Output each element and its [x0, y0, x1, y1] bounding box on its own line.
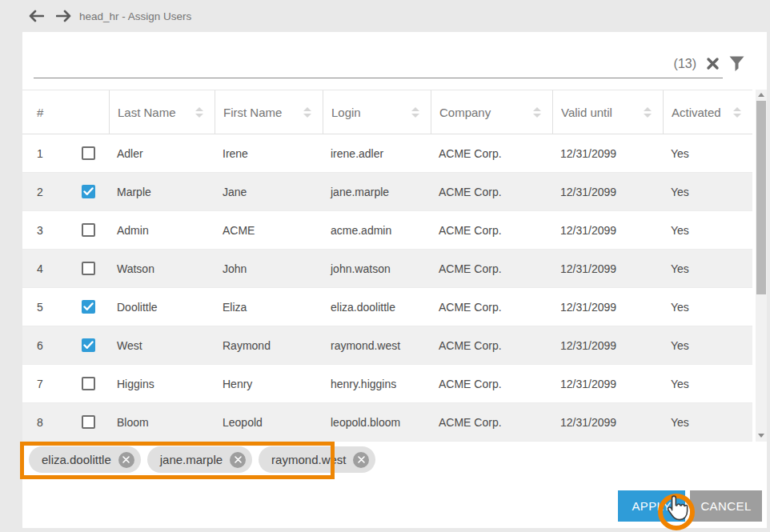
- scroll-up-arrow-icon[interactable]: [756, 90, 767, 99]
- table-row: 2MarpleJanejane.marpleACME Corp.12/31/20…: [22, 173, 752, 211]
- cell-company: ACME Corp.: [431, 186, 552, 198]
- cell-first-name: Jane: [215, 186, 323, 198]
- chip-remove-button[interactable]: [118, 452, 134, 468]
- row-number-cell: 2: [22, 185, 109, 198]
- row-checkbox-checked[interactable]: [82, 185, 95, 198]
- column-label: Valid until: [561, 106, 612, 119]
- row-number: 4: [37, 262, 82, 275]
- filter-field: (13): [34, 50, 723, 78]
- cell-activated: Yes: [663, 378, 752, 390]
- table-row: 3AdminACMEacme.adminACME Corp.12/31/2099…: [22, 211, 752, 250]
- circle-x-icon: [122, 456, 130, 463]
- cell-valid-until: 12/31/2099: [552, 378, 663, 390]
- table-row: 5DoolittleElizaeliza.doolittleACME Corp.…: [22, 288, 752, 326]
- sort-arrows-icon[interactable]: [644, 107, 652, 118]
- cell-last-name: West: [109, 339, 215, 352]
- arrow-right-icon[interactable]: [56, 10, 72, 22]
- cell-login: leopold.bloom: [323, 416, 431, 429]
- cell-login: eliza.doolittle: [323, 301, 431, 314]
- cell-activated: Yes: [663, 301, 752, 314]
- filter-input[interactable]: [34, 52, 674, 76]
- column-label: #: [37, 106, 43, 119]
- cell-login: acme.admin: [323, 224, 431, 237]
- cell-valid-until: 12/31/2099: [552, 262, 663, 275]
- cell-login: jane.marple: [323, 186, 431, 198]
- cell-first-name: Henry: [215, 378, 323, 390]
- circle-x-icon: [358, 456, 365, 463]
- cell-valid-until: 12/31/2099: [552, 224, 663, 237]
- column-header-first-name[interactable]: First Name: [215, 90, 323, 134]
- row-checkbox-unchecked[interactable]: [82, 262, 95, 275]
- cell-company: ACME Corp.: [431, 378, 552, 390]
- sort-arrows-icon[interactable]: [195, 107, 203, 118]
- row-number-cell: 3: [22, 223, 109, 237]
- column-header-login[interactable]: Login: [323, 90, 431, 134]
- row-number: 6: [37, 339, 82, 352]
- selected-user-chip: raymond.west: [259, 446, 375, 473]
- cancel-button[interactable]: CANCEL: [690, 490, 762, 522]
- cell-company: ACME Corp.: [431, 224, 552, 237]
- cell-valid-until: 12/31/2099: [552, 339, 663, 352]
- row-number: 1: [37, 147, 82, 160]
- cell-activated: Yes: [663, 147, 752, 160]
- arrow-left-icon[interactable]: [28, 10, 44, 22]
- apply-button[interactable]: APPLY: [618, 490, 685, 522]
- cell-last-name: Higgins: [109, 378, 215, 390]
- sort-arrows-icon[interactable]: [533, 107, 541, 118]
- chip-label: raymond.west: [271, 453, 346, 466]
- column-header-last-name[interactable]: Last Name: [109, 90, 215, 134]
- row-checkbox-unchecked[interactable]: [82, 377, 95, 390]
- chip-remove-button[interactable]: [230, 452, 246, 468]
- circle-x-icon: [235, 456, 242, 463]
- row-number-cell: 1: [22, 146, 109, 160]
- cell-login: john.watson: [323, 262, 431, 275]
- clear-x-icon: [706, 57, 720, 70]
- scrollbar-thumb[interactable]: [756, 101, 766, 294]
- sort-arrows-icon[interactable]: [733, 107, 741, 118]
- row-checkbox-checked[interactable]: [82, 338, 95, 352]
- cell-last-name: Watson: [109, 262, 215, 275]
- dialog-panel: (13) #Last NameFirst NameLoginCompanyVal…: [22, 32, 767, 528]
- cell-company: ACME Corp.: [431, 147, 552, 160]
- cell-valid-until: 12/31/2099: [552, 301, 663, 314]
- column-label: First Name: [223, 106, 282, 119]
- selected-user-chip: jane.marple: [147, 446, 252, 473]
- cell-company: ACME Corp.: [431, 301, 552, 314]
- vertical-scrollbar[interactable]: [756, 90, 767, 442]
- cell-first-name: Raymond: [215, 339, 323, 352]
- cell-last-name: Marple: [109, 186, 215, 198]
- column-label: Activated: [672, 106, 721, 119]
- column-header-activated[interactable]: Activated: [663, 90, 752, 134]
- row-checkbox-unchecked[interactable]: [82, 415, 95, 429]
- row-number: 5: [37, 301, 82, 314]
- cell-activated: Yes: [663, 339, 752, 352]
- scroll-down-arrow-icon[interactable]: [756, 430, 767, 440]
- selected-users-chips: eliza.doolittlejane.marpleraymond.west: [29, 446, 375, 473]
- row-number-cell: 4: [22, 262, 109, 275]
- sort-arrows-icon[interactable]: [303, 107, 311, 118]
- column-label: Last Name: [118, 106, 176, 119]
- cell-activated: Yes: [663, 262, 752, 275]
- row-number-cell: 7: [22, 377, 109, 390]
- cell-last-name: Doolittle: [109, 301, 215, 314]
- column-header-company[interactable]: Company: [431, 90, 552, 134]
- cell-company: ACME Corp.: [431, 262, 552, 275]
- row-number: 8: [37, 416, 82, 429]
- titlebar: head_hr - Assign Users: [0, 0, 770, 32]
- sort-arrows-icon[interactable]: [411, 107, 419, 118]
- row-checkbox-checked[interactable]: [82, 300, 95, 314]
- cell-valid-until: 12/31/2099: [552, 147, 663, 160]
- assign-users-dialog: { "header": { "title": "head_hr - Assign…: [0, 0, 770, 532]
- filter-button[interactable]: [729, 56, 744, 72]
- cell-last-name: Admin: [109, 224, 215, 237]
- cell-login: raymond.west: [323, 339, 431, 352]
- cell-company: ACME Corp.: [431, 416, 552, 429]
- column-header-valid-until[interactable]: Valid until: [552, 90, 663, 134]
- clear-filter-button[interactable]: [706, 57, 720, 70]
- row-checkbox-unchecked[interactable]: [82, 223, 95, 237]
- chip-remove-button[interactable]: [353, 452, 369, 468]
- cell-company: ACME Corp.: [431, 339, 552, 352]
- cell-valid-until: 12/31/2099: [552, 416, 663, 429]
- row-checkbox-unchecked[interactable]: [82, 146, 95, 160]
- row-number-cell: 5: [22, 300, 109, 314]
